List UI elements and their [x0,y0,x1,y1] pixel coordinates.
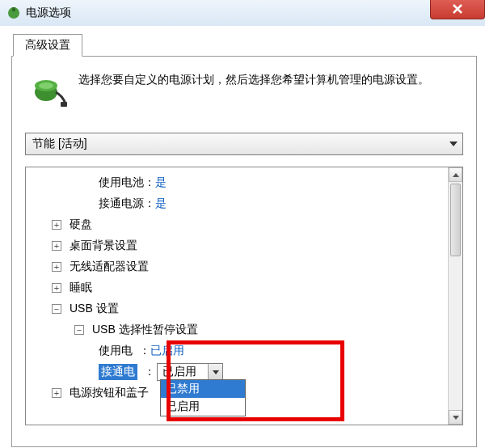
svg-point-4 [39,82,53,89]
value-battery[interactable]: 是 [155,175,167,190]
collapse-icon[interactable]: − [52,304,61,314]
usb-ac-dropdown[interactable]: 已启用 [157,363,223,381]
label-usb-batt-a: 使用电 [99,344,133,358]
intro-block: 选择您要自定义的电源计划，然后选择您希望计算机管理的电源设置。 [25,68,463,110]
label-usb-selective: USB 选择性暂停设置 [92,323,198,337]
dropdown-option-disabled[interactable]: 已禁用 [161,380,245,398]
label-usb: USB 设置 [70,302,119,316]
app-icon [6,6,21,20]
tab-advanced[interactable]: 高级设置 [13,34,82,57]
client-area: 高级设置 选择您要自定义的电源计划，然后选择您希望计算机管理的电源设置。 节能 … [0,26,485,448]
label-hdd: 硬盘 [70,218,92,232]
row-usb-battery: 使用电： 已启用 [29,340,459,361]
label-sleep: 睡眠 [70,281,92,295]
scroll-down-button[interactable] [449,410,462,425]
row-desktop-bg[interactable]: + 桌面背景设置 [29,235,459,256]
label-power-button: 电源按钮和盖子 [70,386,149,400]
value-usb-batt[interactable]: 已启用 [150,344,184,358]
label-wireless: 无线适配器设置 [70,260,149,274]
dropdown-selected: 已启用 [158,365,208,379]
plan-select-text: 节能 [活动] [32,137,87,151]
expand-icon[interactable]: + [52,220,61,230]
power-plan-icon [25,68,67,110]
chevron-down-icon [449,142,458,146]
row-usb-selective[interactable]: − USB 选择性暂停设置 [29,319,459,340]
chevron-down-icon [213,370,219,374]
label-ac: 接通电源： [99,197,155,211]
row-sleep[interactable]: + 睡眠 [29,277,459,298]
label-desktop-bg: 桌面背景设置 [70,239,137,253]
dropdown-arrow-button[interactable] [208,364,222,380]
row-battery-top: 使用电池： 是 [29,172,459,193]
window-title: 电源选项 [26,6,71,20]
scroll-thumb[interactable] [450,184,461,256]
tree-scrollbar[interactable] [448,167,462,425]
svg-rect-5 [61,102,67,107]
expand-icon[interactable]: + [52,262,61,272]
dropdown-option-enabled[interactable]: 已启用 [161,398,245,416]
row-ac-top: 接通电源： 是 [29,193,459,214]
row-wireless[interactable]: + 无线适配器设置 [29,256,459,277]
label-usb-ac-b: ： [144,365,155,379]
titlebar: 电源选项 [0,0,485,26]
chevron-up-icon [453,173,459,177]
expand-icon[interactable]: + [52,241,61,251]
intro-text: 选择您要自定义的电源计划，然后选择您希望计算机管理的电源设置。 [78,68,429,110]
dropdown-list[interactable]: 已禁用 已启用 [160,379,246,416]
settings-tree: 使用电池： 是 接通电源： 是 + 硬盘 + 桌面背景设置 + 无线适配器设置 … [25,167,463,425]
row-usb[interactable]: − USB 设置 [29,298,459,319]
expand-icon[interactable]: + [52,283,61,293]
chevron-down-icon [453,416,459,420]
label-battery: 使用电池： [99,175,155,190]
label-usb-ac-a: 接通电 [99,364,137,380]
collapse-icon[interactable]: − [74,325,84,335]
value-ac[interactable]: 是 [155,197,167,211]
close-button[interactable] [430,0,485,19]
plan-select[interactable]: 节能 [活动] [25,133,463,155]
row-hdd[interactable]: + 硬盘 [29,214,459,235]
expand-icon[interactable]: + [52,388,61,398]
scroll-up-button[interactable] [449,167,462,182]
tab-panel: 选择您要自定义的电源计划，然后选择您希望计算机管理的电源设置。 节能 [活动] … [11,56,477,447]
label-usb-batt-b: ： [139,344,150,358]
svg-rect-1 [12,7,15,11]
